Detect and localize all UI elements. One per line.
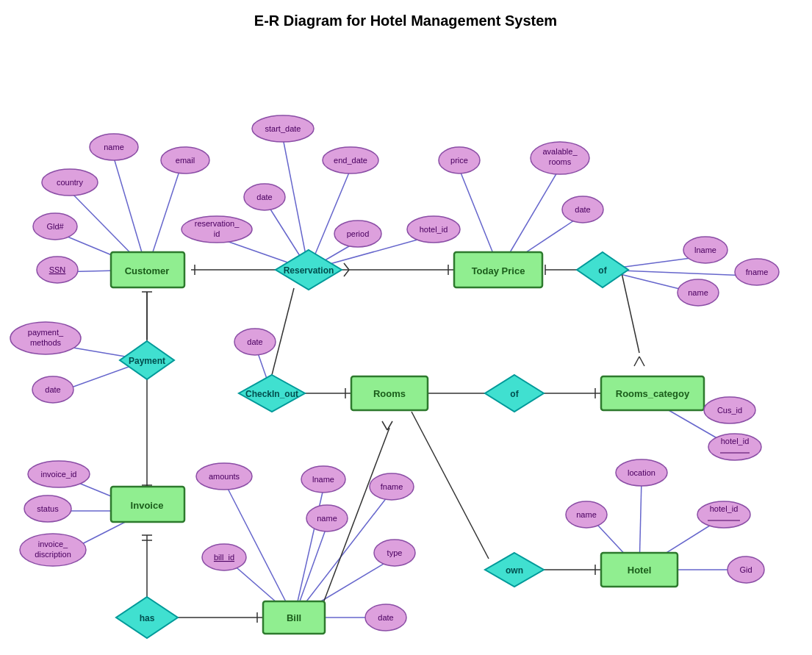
svg-text:Cus_id: Cus_id bbox=[717, 406, 742, 415]
svg-text:amounts: amounts bbox=[209, 472, 240, 481]
svg-text:end_date: end_date bbox=[334, 156, 367, 165]
svg-line-75 bbox=[412, 412, 489, 559]
svg-text:fname: fname bbox=[746, 268, 769, 276]
svg-text:period: period bbox=[347, 229, 370, 238]
svg-text:invoice_: invoice_ bbox=[38, 540, 68, 548]
svg-text:name: name bbox=[576, 510, 597, 519]
bill-label: Bill bbox=[287, 612, 301, 623]
svg-text:type: type bbox=[387, 548, 403, 557]
svg-text:lname: lname bbox=[312, 475, 334, 484]
svg-line-71 bbox=[387, 421, 392, 430]
hotel-label: Hotel bbox=[628, 565, 652, 576]
svg-text:date: date bbox=[247, 337, 262, 346]
er-diagram: E-R Diagram for Hotel Management System bbox=[0, 0, 812, 655]
svg-text:date: date bbox=[378, 613, 393, 622]
svg-text:hotel_id: hotel_id bbox=[420, 225, 448, 234]
diagram-title: E-R Diagram for Hotel Management System bbox=[254, 12, 557, 29]
payment-label: Payment bbox=[129, 356, 165, 366]
svg-line-47 bbox=[639, 357, 644, 366]
svg-text:location: location bbox=[628, 468, 655, 477]
svg-text:payment_: payment_ bbox=[28, 328, 64, 337]
svg-text:Gld#: Gld# bbox=[46, 222, 64, 231]
svg-text:avalable_: avalable_ bbox=[542, 147, 578, 156]
svg-text:hotel_id: hotel_id bbox=[721, 437, 750, 445]
svg-text:name: name bbox=[104, 143, 124, 151]
svg-text:rooms: rooms bbox=[549, 157, 572, 166]
svg-text:name: name bbox=[317, 514, 337, 523]
svg-text:invoice_id: invoice_id bbox=[41, 470, 77, 479]
of1-label: of bbox=[598, 265, 607, 276]
svg-line-54 bbox=[272, 288, 294, 375]
svg-line-70 bbox=[382, 421, 387, 430]
svg-line-41 bbox=[344, 263, 349, 270]
customer-label: Customer bbox=[125, 265, 170, 276]
svg-text:SSN: SSN bbox=[49, 265, 66, 274]
svg-text:lname: lname bbox=[694, 246, 716, 254]
svg-text:discription: discription bbox=[35, 550, 71, 559]
svg-text:name: name bbox=[688, 288, 708, 297]
svg-text:start_date: start_date bbox=[265, 124, 301, 133]
svg-text:date: date bbox=[256, 193, 272, 201]
svg-text:fname: fname bbox=[381, 482, 403, 491]
rooms-label: Rooms bbox=[373, 388, 406, 399]
svg-line-42 bbox=[344, 270, 349, 276]
svg-text:reservation_: reservation_ bbox=[195, 219, 240, 228]
svg-text:hotel_id: hotel_id bbox=[710, 504, 739, 513]
svg-text:id: id bbox=[214, 229, 220, 238]
svg-text:methods: methods bbox=[30, 338, 62, 347]
invoice-label: Invoice bbox=[131, 500, 164, 511]
roomscategoy-label: Rooms_categoy bbox=[616, 388, 690, 399]
own-label: own bbox=[506, 565, 523, 576]
svg-text:email: email bbox=[176, 156, 195, 165]
svg-text:status: status bbox=[37, 504, 59, 513]
svg-text:Gid: Gid bbox=[739, 565, 752, 574]
of2-label: of bbox=[510, 389, 519, 399]
svg-text:date: date bbox=[45, 385, 60, 394]
svg-text:price: price bbox=[450, 156, 468, 165]
svg-line-46 bbox=[634, 357, 639, 366]
checkinout-label: CheckIn_out bbox=[245, 389, 298, 399]
svg-text:bill_id: bill_id bbox=[214, 553, 234, 562]
todayprice-label: Today Price bbox=[472, 265, 525, 276]
svg-text:date: date bbox=[575, 205, 590, 214]
reservation-label: Reservation bbox=[284, 265, 334, 276]
has-label: has bbox=[140, 613, 155, 623]
svg-text:country: country bbox=[57, 178, 84, 187]
svg-line-45 bbox=[621, 270, 639, 353]
